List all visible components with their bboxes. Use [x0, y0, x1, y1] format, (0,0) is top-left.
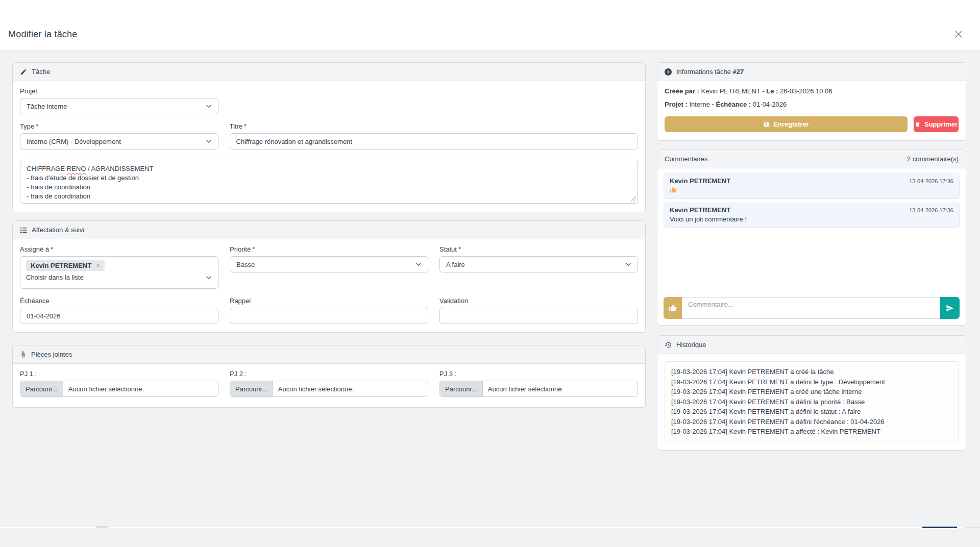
history-card-title: Historique: [676, 341, 706, 349]
projet-select-value: Tâche interne: [27, 103, 67, 110]
browse-button[interactable]: Parcourir...: [440, 381, 483, 396]
thumbs-up-button[interactable]: [664, 297, 682, 319]
required-mark: *: [458, 245, 461, 253]
assignee-multiselect[interactable]: Kevin PETREMENT × Choisir dans la liste: [20, 256, 218, 289]
required-mark: *: [36, 122, 38, 130]
history-card-header: Historique: [657, 336, 966, 354]
validation-input[interactable]: [439, 308, 638, 324]
edit-task-modal: Modifier la tâche Tâche Projet: [0, 0, 980, 547]
send-comment-button[interactable]: [940, 297, 960, 319]
reminder-label: Rappel: [230, 297, 428, 305]
history-entry: [19-03-2026 17:04] Kevin PETREMENT a déf…: [671, 397, 952, 407]
cutoff-element-navy: [922, 527, 957, 528]
tag-remove-icon[interactable]: ×: [96, 261, 100, 269]
task-card: Tâche Projet Tâche interne: [12, 62, 646, 212]
info-card-title: Informations tâche #27: [676, 68, 744, 76]
titre-input[interactable]: [230, 133, 638, 150]
comment-timestamp: 13-04-2026 17:36: [909, 207, 953, 213]
chevron-down-icon: [205, 274, 212, 281]
description-line: - le tout pour une imputation du chiffra…: [27, 201, 631, 204]
paperclip-icon: [20, 351, 27, 358]
comments-count: 2 commentaire(s): [907, 155, 959, 163]
close-icon[interactable]: [952, 28, 965, 40]
modal-header: Modifier la tâche: [0, 0, 980, 51]
file-input[interactable]: Parcourir... Aucun fichier sélectionné.: [230, 381, 428, 397]
description-textarea[interactable]: CHIFFRAGE RENO / AGRANDISSEMENT- frais d…: [20, 160, 638, 204]
assignment-card: Affectation & suivi Assigné à* Kevin PET…: [12, 220, 646, 333]
comments-card: Commentaires 2 commentaire(s) Kevin PETR…: [657, 150, 966, 326]
page-title: Modifier la tâche: [8, 29, 77, 40]
due-date-input[interactable]: [20, 308, 218, 324]
attachment-label: PJ 1 :: [20, 370, 218, 378]
priority-label: Priorité*: [230, 245, 428, 253]
comment-body: [670, 186, 953, 195]
comment-body: Voici un joli commentaire !: [670, 215, 953, 223]
history-entry: [19-03-2026 17:04] Kevin PETREMENT a déf…: [671, 377, 952, 387]
history-entry: [19-03-2026 17:04] Kevin PETREMENT a déf…: [671, 407, 952, 417]
status-select-value: A faire: [446, 261, 465, 268]
save-icon: [763, 121, 770, 128]
description-line: - frais de coordination: [27, 183, 631, 192]
assignee-tag-name: Kevin PETREMENT: [31, 262, 91, 269]
priority-select-value: Basse: [236, 261, 255, 268]
type-label: Type*: [20, 122, 218, 130]
comment-timestamp: 13-04-2026 17:36: [909, 178, 953, 184]
comment-author: Kevin PETREMENT: [670, 177, 730, 185]
status-select[interactable]: A faire: [439, 256, 638, 272]
attachments-card-title: Pièces jointes: [31, 351, 72, 358]
required-mark: *: [244, 122, 247, 130]
cutoff-element-gray: [965, 527, 980, 528]
description-line: - frais de coordination: [27, 192, 631, 201]
comments-card-body: Kevin PETREMENT 13-04-2026 17:36 Kevin P…: [657, 168, 966, 325]
delete-button[interactable]: Supprimer: [914, 116, 959, 132]
comment-input[interactable]: [682, 297, 940, 319]
history-entry: [19-03-2026 17:04] Kevin PETREMENT a cré…: [671, 387, 952, 397]
history-card-body: [19-03-2026 17:04] Kevin PETREMENT a cré…: [657, 354, 966, 450]
chevron-down-icon: [205, 138, 212, 145]
history-icon: [665, 341, 672, 349]
footer-divider: [0, 527, 980, 528]
save-button[interactable]: Enregistrer: [665, 116, 908, 132]
attachment-field: PJ 3 : Parcourir... Aucun fichier sélect…: [439, 370, 638, 397]
type-select[interactable]: Interne (CRM) - Développement: [20, 133, 218, 150]
priority-select[interactable]: Basse: [230, 256, 428, 272]
assignment-card-title: Affectation & suivi: [32, 226, 84, 234]
assignment-card-header: Affectation & suivi: [13, 221, 645, 239]
task-card-body: Projet Tâche interne Type* Inte: [13, 81, 645, 212]
right-column: i Informations tâche #27 Créée par : Kev…: [657, 62, 966, 547]
browse-button[interactable]: Parcourir...: [230, 381, 273, 396]
browse-button[interactable]: Parcourir...: [20, 381, 63, 396]
titre-label: Titre*: [230, 122, 638, 130]
type-select-value: Interne (CRM) - Développement: [27, 138, 121, 145]
projet-select[interactable]: Tâche interne: [20, 98, 218, 114]
file-status: Aucun fichier sélectionné.: [273, 381, 359, 396]
history-log: [19-03-2026 17:04] Kevin PETREMENT a cré…: [665, 361, 959, 441]
attachment-label: PJ 2 :: [230, 370, 428, 378]
description-line: - frais d'étude de dossier et de gestion: [27, 173, 631, 183]
assignee-label: Assigné à*: [20, 245, 218, 253]
chevron-down-icon: [205, 103, 212, 110]
status-label: Statut*: [439, 245, 638, 253]
comment-item: Kevin PETREMENT 13-04-2026 17:36 Voici u…: [664, 203, 960, 228]
thumbs-up-emoji-icon: [670, 186, 677, 193]
file-input[interactable]: Parcourir... Aucun fichier sélectionné.: [20, 381, 218, 397]
chevron-down-icon: [625, 261, 632, 268]
assignee-placeholder: Choisir dans la liste: [26, 274, 84, 281]
attachments-card-header: Pièces jointes: [13, 345, 645, 364]
info-icon: i: [665, 68, 672, 76]
reminder-input[interactable]: [230, 308, 428, 324]
task-card-header: Tâche: [13, 63, 645, 81]
left-column: Tâche Projet Tâche interne: [12, 62, 646, 547]
assignee-tag: Kevin PETREMENT ×: [26, 260, 105, 271]
file-status: Aucun fichier sélectionné.: [483, 381, 569, 396]
file-input[interactable]: Parcourir... Aucun fichier sélectionné.: [439, 381, 638, 397]
attachment-field: PJ 2 : Parcourir... Aucun fichier sélect…: [230, 370, 428, 397]
attachments-card: Pièces jointes PJ 1 : Parcourir... Aucun…: [12, 345, 646, 408]
modal-body: Tâche Projet Tâche interne: [0, 51, 980, 547]
chevron-down-icon: [415, 261, 422, 268]
comments-card-header: Commentaires 2 commentaire(s): [657, 150, 966, 168]
file-status: Aucun fichier sélectionné.: [63, 381, 149, 396]
comment-author: Kevin PETREMENT: [670, 206, 730, 214]
task-card-title: Tâche: [32, 68, 50, 76]
cutoff-element-left: [96, 526, 108, 528]
